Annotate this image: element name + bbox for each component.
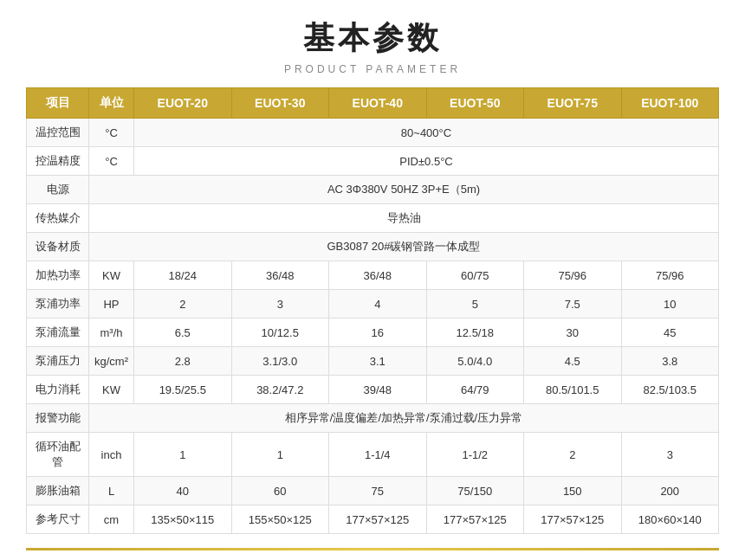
title-section: 基本参数 PRODUCT PARAMETER [26,17,719,75]
table-row: 加热功率KW18/2436/4836/4860/7575/9675/96 [27,261,719,290]
row-data-cell: 5.0/4.0 [426,347,524,376]
row-data-cell: 1-1/2 [426,433,524,477]
row-data-cell: 1-1/4 [329,433,427,477]
main-title: 基本参数 [26,17,719,60]
header-euot40: EUOT-40 [329,88,427,119]
row-data-cell: 16 [329,319,427,347]
row-unit: kg/cm² [89,347,134,376]
row-label: 设备材质 [27,233,89,261]
row-label: 膨胀油箱 [27,477,89,505]
row-data-cell: 10/12.5 [231,319,329,347]
row-data-cell: 3.8 [621,347,719,376]
header-euot20: EUOT-20 [134,88,232,119]
row-data-cell: 3.1/3.0 [231,347,329,376]
row-data-cell: 75/96 [621,261,719,290]
page-wrapper: 基本参数 PRODUCT PARAMETER 项目 单位 EUOT-20 EUO… [0,0,745,560]
row-data-cell: 177×57×125 [329,505,427,534]
row-data-cell: 18/24 [134,261,232,290]
row-data-cell: 12.5/18 [426,319,524,347]
row-data-cell: 82.5/103.5 [621,376,719,404]
row-data-cell: 1 [231,433,329,477]
row-label: 电力消耗 [27,376,89,404]
row-data-cell: 75/96 [524,261,622,290]
row-data-cell: 6.5 [134,319,232,347]
row-data-cell: 4.5 [524,347,622,376]
row-data-cell: 39/48 [329,376,427,404]
row-data-cell: 150 [524,477,622,505]
row-unit: °C [89,147,134,176]
row-label: 传热媒介 [27,204,89,233]
table-row: 控温精度°CPID±0.5°C [27,147,719,176]
row-data-cell: 38.2/47.2 [231,376,329,404]
table-row: 电源AC 3Φ380V 50HZ 3P+E（5m) [27,176,719,204]
row-label: 泵浦压力 [27,347,89,376]
row-label: 加热功率 [27,261,89,290]
table-row: 泵浦功率HP23457.510 [27,290,719,319]
table-row: 设备材质GB3087 20#碳钢管路一体成型 [27,233,719,261]
row-unit: KW [89,376,134,404]
row-data-cell: 2 [134,290,232,319]
row-data-cell: 4 [329,290,427,319]
table-row: 膨胀油箱L40607575/150150200 [27,477,719,505]
row-unit: inch [89,433,134,477]
row-data-cell: 180×60×140 [621,505,719,534]
row-data-cell: 177×57×125 [524,505,622,534]
row-data-cell: 75 [329,477,427,505]
sub-title: PRODUCT PARAMETER [26,63,719,75]
row-label: 报警功能 [27,404,89,433]
row-label: 泵浦功率 [27,290,89,319]
row-unit: HP [89,290,134,319]
row-data-cell: 75/150 [426,477,524,505]
header-euot30: EUOT-30 [231,88,329,119]
row-merged-value: AC 3Φ380V 50HZ 3P+E（5m) [89,176,719,204]
row-merged-value: GB3087 20#碳钢管路一体成型 [89,233,719,261]
table-header-row: 项目 单位 EUOT-20 EUOT-30 EUOT-40 EUOT-50 EU… [27,88,719,119]
row-unit: m³/h [89,319,134,347]
row-unit: °C [89,119,134,147]
row-data-cell: 155×50×125 [231,505,329,534]
header-euot50: EUOT-50 [426,88,524,119]
header-euot75: EUOT-75 [524,88,622,119]
row-data-cell: 3.1 [329,347,427,376]
bottom-line [26,548,719,550]
row-data-cell: 135×50×115 [134,505,232,534]
row-data-cell: 10 [621,290,719,319]
param-table: 项目 单位 EUOT-20 EUOT-30 EUOT-40 EUOT-50 EU… [26,87,719,534]
row-data-cell: 36/48 [329,261,427,290]
row-data-cell: 19.5/25.5 [134,376,232,404]
table-row: 电力消耗KW19.5/25.538.2/47.239/4864/7980.5/1… [27,376,719,404]
row-unit: L [89,477,134,505]
row-data-cell: 7.5 [524,290,622,319]
row-label: 循环油配管 [27,433,89,477]
header-item: 项目 [27,88,89,119]
row-label: 参考尺寸 [27,505,89,534]
table-row: 报警功能相序异常/温度偏差/加热异常/泵浦过载/压力异常 [27,404,719,433]
row-data-cell: 3 [621,433,719,477]
row-data-cell: 64/79 [426,376,524,404]
row-data-cell: 45 [621,319,719,347]
row-label: 控温精度 [27,147,89,176]
header-euot100: EUOT-100 [621,88,719,119]
row-data-cell: 200 [621,477,719,505]
row-data-cell: 30 [524,319,622,347]
row-data-cell: 2.8 [134,347,232,376]
row-data-cell: 60 [231,477,329,505]
table-row: 传热媒介导热油 [27,204,719,233]
row-data-cell: 2 [524,433,622,477]
table-row: 参考尺寸cm135×50×115155×50×125177×57×125177×… [27,505,719,534]
row-label: 温控范围 [27,119,89,147]
row-data-cell: 177×57×125 [426,505,524,534]
table-row: 循环油配管inch111-1/41-1/223 [27,433,719,477]
row-data-cell: 5 [426,290,524,319]
header-unit: 单位 [89,88,134,119]
table-row: 泵浦压力kg/cm²2.83.1/3.03.15.0/4.04.53.8 [27,347,719,376]
row-data-cell: 80.5/101.5 [524,376,622,404]
row-data-cell: 1 [134,433,232,477]
row-data-cell: 40 [134,477,232,505]
row-merged-value: 相序异常/温度偏差/加热异常/泵浦过载/压力异常 [89,404,719,433]
row-merged-value: PID±0.5°C [134,147,719,176]
row-merged-value: 80~400°C [134,119,719,147]
row-unit: KW [89,261,134,290]
row-data-cell: 3 [231,290,329,319]
table-row: 泵浦流量m³/h6.510/12.51612.5/183045 [27,319,719,347]
